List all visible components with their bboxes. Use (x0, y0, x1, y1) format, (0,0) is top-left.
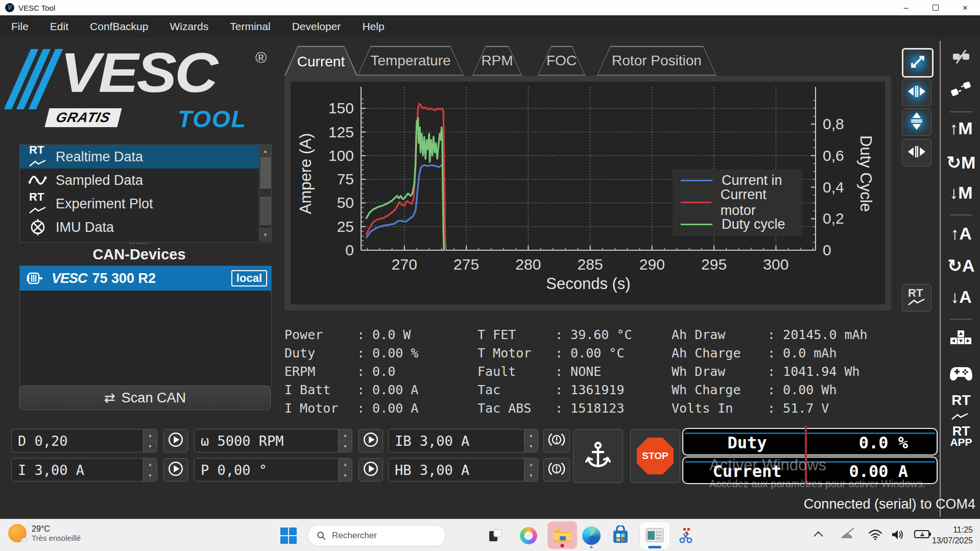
menu-help[interactable]: Help (362, 20, 384, 33)
telemetry-row-fault: Fault: NONE (477, 363, 632, 381)
sidebar-item-imu-data[interactable]: IMU Data (20, 215, 271, 239)
spinbox-d[interactable]: D 0,20▲▼ (11, 429, 157, 452)
task-view-icon[interactable] (488, 528, 503, 543)
spin-down-button[interactable]: ▼ (144, 470, 157, 482)
spinbox-hb[interactable]: HB 3,00 A▲▼ (388, 458, 538, 482)
plug-disconnected-icon[interactable] (944, 79, 978, 103)
spin-up-button[interactable]: ▲ (144, 429, 157, 441)
zoom-extents-button[interactable] (902, 48, 934, 78)
svg-text:150: 150 (328, 100, 354, 116)
spin-up-button[interactable]: ▲ (339, 429, 352, 441)
rt-chart-button[interactable]: RT (902, 284, 931, 312)
spin-down-button[interactable]: ▼ (524, 470, 538, 482)
brake-icon (548, 431, 565, 450)
logo-brand: VESC (60, 40, 216, 104)
sidebar-item-realtime-data[interactable]: RTRealtime Data (20, 145, 271, 169)
write-app-config-icon[interactable]: ↓A (944, 287, 978, 307)
scroll-up-button[interactable]: ▲ (259, 145, 271, 158)
tab-rotor-position[interactable]: Rotor Position (597, 46, 716, 76)
minimize-button[interactable]: ─ (891, 0, 921, 15)
keyboard-control-icon[interactable] (944, 330, 978, 349)
svg-text:50: 50 (337, 194, 354, 211)
spinbox-p[interactable]: P 0,00 °▲▼ (194, 458, 352, 482)
nav-scrollbar[interactable]: ▲ ▼ (259, 145, 271, 241)
scroll-down-button[interactable]: ▼ (259, 228, 271, 241)
tab-current[interactable]: Current (284, 46, 357, 76)
telemetry-row-power: Power: 0.0 W (284, 326, 418, 344)
spinbox-i[interactable]: I 3,00 A▲▼ (11, 458, 157, 482)
tab-temperature[interactable]: Temperature (357, 46, 464, 76)
spin-down-button[interactable]: ▼ (339, 441, 352, 452)
menu-terminal[interactable]: Terminal (230, 20, 270, 33)
menu-file[interactable]: File (11, 20, 29, 33)
spin-up-button[interactable]: ▲ (524, 459, 538, 470)
vesc-tool-window-icon[interactable] (639, 521, 670, 550)
run-button[interactable] (358, 458, 383, 482)
realtime-plot[interactable]: 270275280285290295300025507510012515000,… (291, 82, 885, 304)
spin-down-button[interactable]: ▼ (144, 441, 157, 452)
gamepad-icon[interactable] (944, 366, 978, 386)
run-button[interactable] (163, 458, 188, 482)
menu-wizards[interactable]: Wizards (170, 20, 208, 33)
telemetry-value: : 0.00 % (357, 346, 418, 361)
weather-widget[interactable]: ☁ 29°C Très ensoleillé (8, 524, 81, 542)
splitter-handle[interactable]: ▪▪▪▪▪▪ (0, 241, 278, 246)
menu-developer[interactable]: Developer (292, 20, 341, 33)
scrollbar-thumb[interactable] (260, 158, 271, 188)
microsoft-store-icon[interactable] (611, 525, 630, 545)
wifi-icon[interactable] (868, 529, 882, 543)
spin-up-button[interactable]: ▲ (524, 429, 538, 441)
close-button[interactable]: ✕ (950, 0, 980, 15)
spinbox-ω[interactable]: ω 5000 RPM▲▼ (194, 429, 352, 452)
spin-up-button[interactable]: ▲ (339, 459, 352, 470)
horizontal-zoom-icon (905, 80, 928, 105)
plug-connected-icon[interactable] (944, 47, 978, 70)
vertical-zoom-button[interactable] (902, 108, 931, 136)
tab-rpm[interactable]: RPM (472, 46, 522, 76)
snipping-tool-icon[interactable] (678, 528, 694, 544)
start-button[interactable] (280, 528, 297, 544)
write-motor-config-icon[interactable]: ↓M (944, 183, 978, 203)
handbrake-button[interactable] (573, 429, 623, 483)
spinbox-ib[interactable]: IB 3,00 A▲▼ (388, 429, 538, 452)
spin-up-button[interactable]: ▲ (144, 459, 157, 470)
legend-swatch (681, 202, 711, 203)
battery-warning-icon[interactable] (914, 530, 931, 541)
can-device-row[interactable]: VESC 75 300 R2 local (20, 266, 271, 291)
weather-sun-icon: ☁ (8, 524, 27, 542)
brake-button[interactable] (543, 458, 570, 482)
scan-can-button[interactable]: ⇄ Scan CAN (19, 386, 271, 410)
spinbox-value: D 0,20 (12, 433, 143, 449)
volume-icon[interactable] (891, 529, 905, 543)
rt-app-icon[interactable]: RTAPP (944, 425, 978, 447)
file-explorer-icon[interactable] (547, 521, 577, 549)
horizontal-zoom-button[interactable] (902, 79, 931, 106)
run-button[interactable] (163, 429, 188, 452)
read-app-config-icon[interactable]: ↑A (944, 224, 978, 244)
tab-foc[interactable]: FOC (538, 46, 585, 76)
read-motor-config-icon[interactable]: ↑M (944, 118, 978, 138)
search-input[interactable]: Rechercher (308, 525, 446, 546)
horizontal-pan-button[interactable] (902, 139, 931, 166)
tray-chevron-icon[interactable] (815, 533, 822, 539)
sidebar-item-sampled-data[interactable]: Sampled Data (20, 169, 271, 192)
reload-app-config-icon[interactable]: ↻A (944, 255, 978, 276)
taskbar-clock[interactable]: 11:25 13/07/2025 (932, 524, 973, 546)
copilot-icon[interactable] (520, 527, 537, 544)
reload-motor-config-icon[interactable]: ↻M (944, 152, 978, 173)
stop-button[interactable]: STOP (630, 429, 680, 483)
menu-edit[interactable]: Edit (50, 20, 68, 33)
run-button[interactable] (358, 429, 383, 452)
edge-icon[interactable] (582, 526, 601, 545)
menu-confbackup[interactable]: ConfBackup (90, 20, 148, 33)
sidebar-item-experiment-plot[interactable]: RTExperiment Plot (20, 192, 271, 215)
maximize-button[interactable] (921, 0, 950, 15)
telemetry-row-ah-draw: Ah Draw: 20145.0 mAh (672, 326, 868, 344)
telemetry-row-ah-charge: Ah Charge: 0.0 mAh (672, 344, 868, 363)
spin-down-button[interactable]: ▼ (339, 470, 352, 482)
svg-text:290: 290 (639, 256, 665, 273)
spinbox-value: HB 3,00 A (389, 462, 524, 478)
brake-button[interactable] (543, 429, 570, 452)
rt-data-icon[interactable]: RT (944, 393, 978, 424)
spin-down-button[interactable]: ▼ (524, 441, 538, 452)
